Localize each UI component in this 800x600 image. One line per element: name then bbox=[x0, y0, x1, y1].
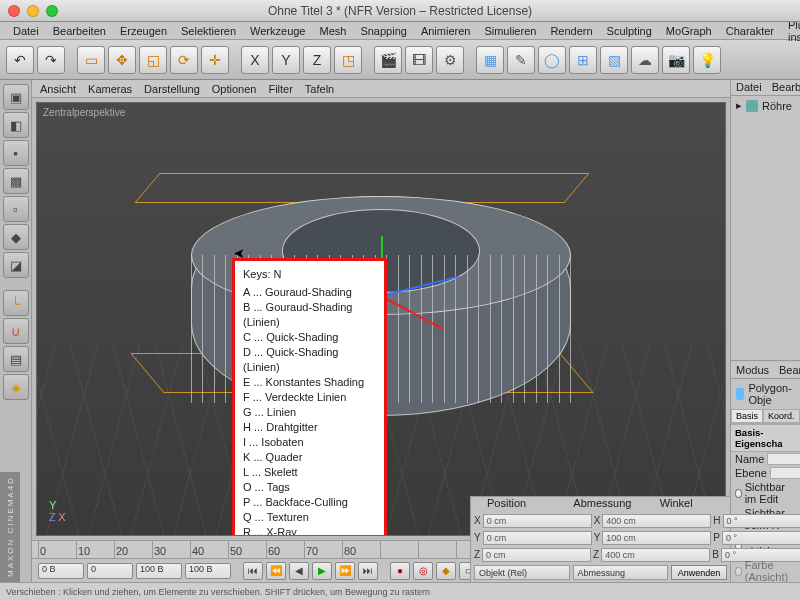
om-tab-file[interactable]: Datei bbox=[731, 80, 767, 95]
menu-erzeugen[interactable]: Erzeugen bbox=[113, 24, 174, 38]
attr-subtab-basis[interactable]: Basis bbox=[731, 409, 763, 423]
primitive-cube-button[interactable]: ▦ bbox=[476, 46, 504, 74]
menu-mesh[interactable]: Mesh bbox=[312, 24, 353, 38]
workplane-snap-button[interactable]: ▤ bbox=[3, 346, 29, 372]
om-tab-edit[interactable]: Bearb bbox=[767, 80, 800, 95]
pos-Z-field[interactable] bbox=[482, 548, 591, 562]
dim-X-field[interactable] bbox=[602, 514, 711, 528]
step-back-button[interactable]: ⏪ bbox=[266, 562, 286, 580]
workplane-button[interactable]: ▩ bbox=[3, 168, 29, 194]
menu-rendern[interactable]: Rendern bbox=[543, 24, 599, 38]
vp-menu-filter[interactable]: Filter bbox=[268, 83, 292, 95]
attr-name-field[interactable] bbox=[767, 453, 800, 465]
window-title: Ohne Titel 3 * (NFR Version – Restricted… bbox=[0, 4, 800, 18]
axis-y-button[interactable]: Y bbox=[272, 46, 300, 74]
rotate-tool[interactable]: ⟳ bbox=[170, 46, 198, 74]
light-button[interactable]: 💡 bbox=[693, 46, 721, 74]
menu-simulieren[interactable]: Simulieren bbox=[477, 24, 543, 38]
menu-werkzeuge[interactable]: Werkzeuge bbox=[243, 24, 312, 38]
attr-layer-field[interactable] bbox=[770, 467, 800, 479]
select-tool[interactable]: ▭ bbox=[77, 46, 105, 74]
point-mode-button[interactable]: ▫ bbox=[3, 196, 29, 222]
menu-selektieren[interactable]: Selektieren bbox=[174, 24, 243, 38]
frame-current-field[interactable]: 0 bbox=[87, 563, 133, 579]
snap-toggle-button[interactable]: ∪ bbox=[3, 318, 29, 344]
goto-end-button[interactable]: ⏭ bbox=[358, 562, 378, 580]
keyframe-sel-button[interactable]: ◆ bbox=[436, 562, 456, 580]
coord-apply-button[interactable]: Anwenden bbox=[671, 565, 727, 580]
render-settings-button[interactable]: ⚙ bbox=[436, 46, 464, 74]
make-editable-button[interactable]: ▣ bbox=[3, 84, 29, 110]
render-view-button[interactable]: 🎬 bbox=[374, 46, 402, 74]
frame-preview-field[interactable]: 100 B bbox=[185, 563, 231, 579]
shading-keys-popup: Keys: N A ... Gouraud-ShadingB ... Goura… bbox=[232, 258, 387, 536]
ang-P-field[interactable] bbox=[722, 531, 800, 545]
goto-start-button[interactable]: ⏮ bbox=[243, 562, 263, 580]
undo-button[interactable]: ↶ bbox=[6, 46, 34, 74]
ang-H-field[interactable] bbox=[723, 514, 800, 528]
polygon-mode-button[interactable]: ◪ bbox=[3, 252, 29, 278]
window-titlebar: Ohne Titel 3 * (NFR Version – Restricted… bbox=[0, 0, 800, 22]
coordinates-panel: Position Abmessung Winkel XXHYYPZZB Obje… bbox=[470, 496, 730, 582]
object-name[interactable]: Röhre bbox=[762, 100, 792, 112]
vp-menu-kameras[interactable]: Kameras bbox=[88, 83, 132, 95]
camera-button[interactable]: 📷 bbox=[662, 46, 690, 74]
array-button[interactable]: ⊞ bbox=[569, 46, 597, 74]
redo-button[interactable]: ↷ bbox=[37, 46, 65, 74]
axis-z-button[interactable]: Z bbox=[303, 46, 331, 74]
environment-button[interactable]: ☁ bbox=[631, 46, 659, 74]
pos-X-field[interactable] bbox=[483, 514, 592, 528]
last-tool[interactable]: ✛ bbox=[201, 46, 229, 74]
frame-start-field[interactable]: 0 B bbox=[38, 563, 84, 579]
nurbs-button[interactable]: ◯ bbox=[538, 46, 566, 74]
vp-menu-darstellung[interactable]: Darstellung bbox=[144, 83, 200, 95]
menu-sculpting[interactable]: Sculpting bbox=[600, 24, 659, 38]
autokey-button[interactable]: ◎ bbox=[413, 562, 433, 580]
vis-editor-radio[interactable] bbox=[735, 489, 742, 498]
popup-item: C ... Quick-Shading bbox=[243, 330, 376, 345]
scale-tool[interactable]: ◱ bbox=[139, 46, 167, 74]
deformer-button[interactable]: ▧ bbox=[600, 46, 628, 74]
render-region-button[interactable]: 🎞 bbox=[405, 46, 433, 74]
attr-tab-mode[interactable]: Modus bbox=[731, 363, 774, 378]
menu-charakter[interactable]: Charakter bbox=[719, 24, 781, 38]
vp-menu-optionen[interactable]: Optionen bbox=[212, 83, 257, 95]
attr-tab-edit[interactable]: Bear bbox=[774, 363, 800, 378]
popup-item: E ... Konstantes Shading bbox=[243, 375, 376, 390]
vp-menu-tafeln[interactable]: Tafeln bbox=[305, 83, 334, 95]
model-mode-button[interactable]: ◧ bbox=[3, 112, 29, 138]
spline-pen-button[interactable]: ✎ bbox=[507, 46, 535, 74]
edge-mode-button[interactable]: ◆ bbox=[3, 224, 29, 250]
frame-end-field[interactable]: 100 B bbox=[136, 563, 182, 579]
menu-datei[interactable]: Datei bbox=[6, 24, 46, 38]
coord-size-mode-dropdown[interactable]: Abmessung bbox=[573, 565, 669, 580]
color-view-radio bbox=[735, 567, 742, 576]
step-fwd-button[interactable]: ⏩ bbox=[335, 562, 355, 580]
menu-mograph[interactable]: MoGraph bbox=[659, 24, 719, 38]
chevron-down-icon[interactable]: ▸ bbox=[736, 99, 742, 112]
viewport[interactable]: Zentralperspektive ➤ YZ X Keys: N A ... … bbox=[36, 102, 726, 536]
texture-mode-button[interactable]: ▪ bbox=[3, 140, 29, 166]
pos-Y-field[interactable] bbox=[483, 531, 592, 545]
dim-Y-field[interactable] bbox=[602, 531, 711, 545]
popup-item: I ... Isobaten bbox=[243, 435, 376, 450]
coord-mode-dropdown[interactable]: Objekt (Rel) bbox=[474, 565, 570, 580]
record-button[interactable]: ● bbox=[390, 562, 410, 580]
menu-bearbeiten[interactable]: Bearbeiten bbox=[46, 24, 113, 38]
dim-Z-field[interactable] bbox=[601, 548, 710, 562]
play-button[interactable]: ▶ bbox=[312, 562, 332, 580]
play-back-button[interactable]: ◀ bbox=[289, 562, 309, 580]
coord-sys-button[interactable]: ◳ bbox=[334, 46, 362, 74]
attr-layer-label: Ebene bbox=[735, 467, 767, 479]
object-manager-item[interactable]: ▸ Röhre bbox=[731, 96, 800, 115]
axis-x-button[interactable]: X bbox=[241, 46, 269, 74]
attr-subtab-coord[interactable]: Koord. bbox=[763, 409, 800, 423]
axis-toggle-button[interactable]: └ bbox=[3, 290, 29, 316]
coord-header-position: Position bbox=[471, 497, 557, 512]
viewport-axis-indicator: YZ X bbox=[49, 499, 66, 523]
move-tool[interactable]: ✥ bbox=[108, 46, 136, 74]
vp-menu-ansicht[interactable]: Ansicht bbox=[40, 83, 76, 95]
menu-snapping[interactable]: Snapping bbox=[353, 24, 414, 38]
menu-animieren[interactable]: Animieren bbox=[414, 24, 478, 38]
soft-select-button[interactable]: ◈ bbox=[3, 374, 29, 400]
